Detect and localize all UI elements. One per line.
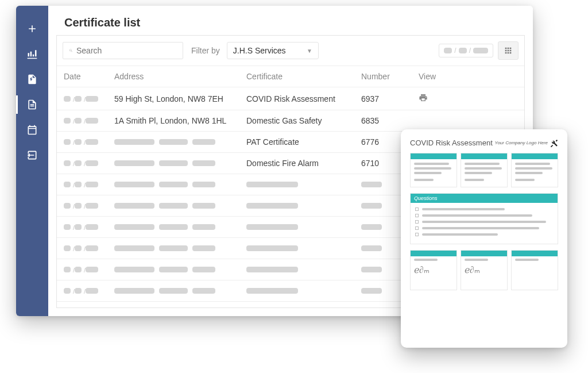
table-row[interactable]: //1A Smith Pl, London, NW8 1HLDomestic G… (57, 110, 524, 132)
cell-address (114, 265, 246, 274)
column-header-date: Date (64, 72, 114, 81)
cell-certificate (246, 244, 361, 253)
cell-date: // (64, 94, 114, 103)
cell-address (114, 137, 246, 147)
cell-certificate (246, 201, 361, 210)
cell-address (114, 286, 246, 295)
cell-address: 1A Smith Pl, London, NW8 1HL (114, 116, 246, 125)
cell-address (114, 201, 246, 210)
column-header-certificate: Certificate (246, 72, 361, 81)
cell-address (114, 180, 246, 189)
column-header-number: Number (361, 72, 419, 81)
chevron-down-icon: ▼ (307, 48, 312, 54)
cell-certificate (246, 286, 361, 295)
signature-box: ℯ∂ₘ (461, 250, 508, 290)
cell-date: // (64, 180, 114, 189)
grid-view-button[interactable] (498, 41, 519, 60)
certificate-info-box (511, 153, 558, 187)
logo-placeholder: Your Company Logo Here (495, 139, 559, 147)
cell-certificate: COVID Risk Assessment (246, 94, 361, 103)
certificate-info-box (461, 153, 508, 187)
cell-certificate: Domestic Fire Alarm (246, 159, 361, 168)
company-select[interactable]: J.H.S Services ▼ (227, 42, 319, 59)
search-input[interactable] (76, 46, 177, 55)
filter-label: Filter by (191, 46, 220, 55)
cell-date: // (64, 159, 114, 168)
column-header-address: Address (114, 72, 246, 81)
sidebar-item-certificates[interactable] (16, 92, 48, 117)
cell-date: // (64, 265, 114, 274)
sidebar (16, 6, 48, 316)
cell-date: // (64, 222, 114, 232)
logout-icon (26, 149, 38, 161)
calendar-icon (26, 124, 38, 136)
signature-box: ℯ∂ₘ (410, 250, 457, 290)
signature-box (511, 250, 558, 290)
certificate-preview-header: COVID Risk Assessment Your Company Logo … (410, 139, 558, 147)
date-filter-button[interactable]: / / (439, 44, 493, 57)
cell-date: // (64, 137, 114, 147)
certificate-signature-grid: ℯ∂ₘ ℯ∂ₘ (410, 250, 558, 290)
certificate-info-grid (410, 153, 558, 187)
sidebar-item-calendar[interactable] (16, 117, 48, 143)
company-select-value: J.H.S Services (233, 46, 286, 55)
certificate-preview: COVID Risk Assessment Your Company Logo … (401, 129, 567, 348)
table-row[interactable]: //59 High St, London, NW8 7EHCOVID Risk … (57, 87, 524, 110)
column-header-view: View (419, 72, 465, 81)
search-box[interactable] (63, 42, 183, 59)
cell-date: // (64, 244, 114, 253)
cell-address (114, 244, 246, 253)
plus-icon (26, 23, 38, 34)
cell-date: // (64, 116, 114, 125)
cell-certificate (246, 265, 361, 274)
cell-address (114, 222, 246, 232)
sidebar-item-invoices[interactable] (16, 67, 48, 92)
grid-icon (504, 46, 513, 55)
sidebar-item-add[interactable] (16, 16, 48, 41)
logo-placeholder-text: Your Company Logo Here (495, 140, 548, 145)
certificate-preview-title: COVID Risk Assessment (410, 139, 493, 147)
certificate-info-box (410, 153, 457, 187)
cell-address (114, 159, 246, 168)
sidebar-item-reports[interactable] (16, 41, 48, 67)
chart-icon (26, 48, 38, 60)
cell-certificate: PAT Certificate (246, 137, 361, 147)
cell-certificate (246, 180, 361, 189)
cell-number: 6835 (361, 116, 419, 125)
cell-date: // (64, 286, 114, 295)
cell-address: 59 High St, London, NW8 7EH (114, 94, 246, 103)
certificate-questions-header: Questions (411, 194, 558, 203)
print-icon (419, 93, 428, 102)
cell-view[interactable] (419, 93, 465, 104)
filter-bar: Filter by J.H.S Services ▼ / / (57, 36, 524, 66)
document-icon (26, 99, 38, 110)
cell-certificate (246, 222, 361, 232)
page-title: Certificate list (48, 6, 533, 35)
cell-date: // (64, 201, 114, 210)
tools-icon (550, 139, 558, 147)
table-header: Date Address Certificate Number View (57, 66, 524, 87)
cell-certificate: Domestic Gas Safety (246, 116, 361, 125)
sidebar-item-logout[interactable] (16, 143, 48, 168)
invoice-icon (26, 74, 38, 85)
search-icon (69, 47, 73, 55)
certificate-questions-box: Questions (410, 193, 558, 244)
cell-number: 6937 (361, 94, 419, 103)
